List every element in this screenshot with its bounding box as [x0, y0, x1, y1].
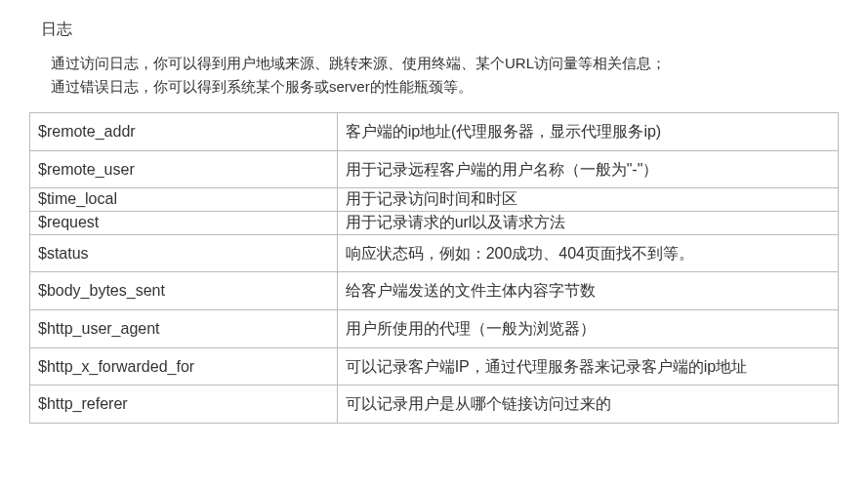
variable-cell: $request: [30, 211, 338, 234]
variable-cell: $http_user_agent: [30, 309, 338, 347]
description-cell: 用于记录远程客户端的用户名称（一般为"-"）: [337, 150, 838, 188]
variable-cell: $status: [30, 234, 338, 272]
table-row: $http_user_agent用户所使用的代理（一般为浏览器）: [30, 309, 839, 347]
table-row: $request用于记录请求的url以及请求方法: [30, 211, 839, 234]
page-title: 日志: [41, 20, 839, 40]
description-cell: 用于记录请求的url以及请求方法: [337, 211, 838, 234]
table-row: $body_bytes_sent给客户端发送的文件主体内容字节数: [30, 272, 839, 310]
table-row: $remote_user用于记录远程客户端的用户名称（一般为"-"）: [30, 150, 839, 188]
description-line-2: 通过错误日志，你可以得到系统某个服务或server的性能瓶颈等。: [51, 78, 473, 95]
variable-cell: $remote_user: [30, 150, 338, 188]
table-row: $status响应状态码，例如：200成功、404页面找不到等。: [30, 234, 839, 272]
log-variables-table: $remote_addr客户端的ip地址(代理服务器，显示代理服务ip)$rem…: [29, 112, 839, 424]
table-row: $http_referer可以记录用户是从哪个链接访问过来的: [30, 386, 839, 424]
description-cell: 用于记录访问时间和时区: [337, 188, 838, 212]
variable-cell: $http_x_forwarded_for: [30, 347, 338, 386]
description-cell: 用户所使用的代理（一般为浏览器）: [337, 309, 838, 347]
description-cell: 客户端的ip地址(代理服务器，显示代理服务ip): [337, 113, 838, 151]
variable-cell: $body_bytes_sent: [30, 272, 338, 310]
variable-cell: $time_local: [30, 188, 338, 212]
table-row: $remote_addr客户端的ip地址(代理服务器，显示代理服务ip): [30, 113, 839, 151]
description-cell: 可以记录用户是从哪个链接访问过来的: [337, 386, 838, 424]
variable-cell: $remote_addr: [30, 113, 338, 151]
table-row: $http_x_forwarded_for可以记录客户端IP，通过代理服务器来记…: [30, 347, 839, 386]
description-line-1: 通过访问日志，你可以得到用户地域来源、跳转来源、使用终端、某个URL访问量等相关…: [51, 55, 666, 71]
variable-cell: $http_referer: [30, 386, 338, 424]
description-cell: 可以记录客户端IP，通过代理服务器来记录客户端的ip地址: [337, 347, 838, 386]
description-cell: 给客户端发送的文件主体内容字节数: [337, 272, 838, 310]
table-row: $time_local用于记录访问时间和时区: [30, 188, 839, 212]
description-cell: 响应状态码，例如：200成功、404页面找不到等。: [337, 234, 838, 272]
description-block: 通过访问日志，你可以得到用户地域来源、跳转来源、使用终端、某个URL访问量等相关…: [51, 52, 839, 99]
